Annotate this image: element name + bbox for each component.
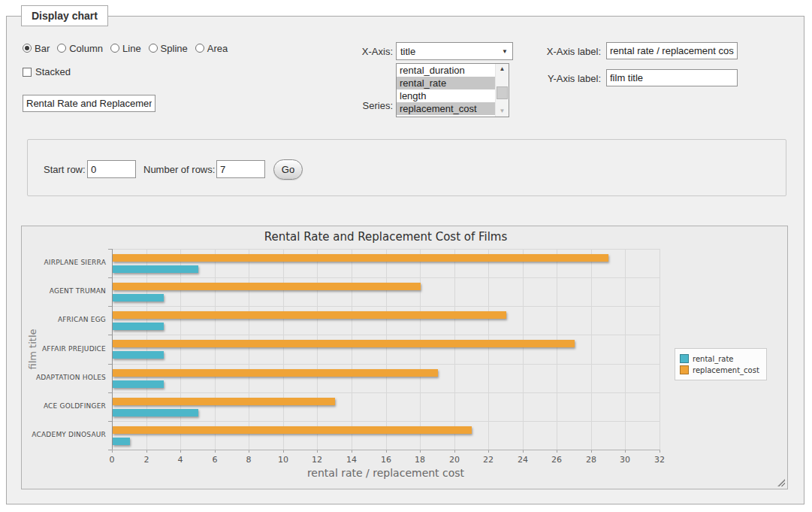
radio-icon[interactable] — [195, 44, 204, 53]
y-gridline — [112, 421, 660, 422]
x-tick-label: 22 — [477, 455, 500, 465]
y-gridline — [112, 364, 660, 365]
radio-icon[interactable] — [110, 44, 119, 53]
radio-icon[interactable] — [57, 44, 66, 53]
x-gridline — [557, 249, 557, 450]
legend-swatch — [680, 365, 689, 374]
bar-replacement_cost — [113, 426, 472, 434]
chart-type-radio-line[interactable]: Line — [110, 43, 141, 54]
x-axis-line — [112, 450, 660, 450]
x-tick-label: 16 — [375, 455, 397, 465]
y-gridline — [112, 249, 660, 250]
x-axis-select-value: title — [400, 46, 415, 57]
series-listbox[interactable]: rental_durationrental_ratelengthreplacem… — [396, 63, 509, 117]
num-rows-label: Number of rows: — [143, 164, 215, 175]
radio-label: Spline — [161, 43, 188, 54]
x-tick-label: 32 — [648, 455, 671, 465]
category-label: AGENT TRUMAN — [0, 287, 106, 295]
series-option-replacement_cost[interactable]: replacement_cost — [397, 102, 496, 115]
x-gridline — [488, 249, 489, 450]
bar-rental_rate — [113, 409, 198, 417]
x-tick-label: 4 — [169, 455, 192, 465]
chart-panel: 02468101214161820222426283032AIRPLANE SI… — [21, 226, 788, 489]
x-gridline — [180, 249, 181, 450]
bar-replacement_cost — [113, 311, 506, 319]
x-axis-title: rental rate / replacement cost — [112, 467, 660, 479]
legend-item-replacement_cost[interactable]: replacement_cost — [680, 365, 759, 374]
y-axis-label-field-label: Y-Axis label: — [524, 73, 601, 84]
x-tick-label: 26 — [545, 455, 568, 465]
category-label: ACADEMY DINOSAUR — [0, 431, 106, 438]
x-tick-label: 14 — [340, 455, 363, 465]
fieldset-legend-text: Display chart — [32, 10, 98, 22]
bar-rental_rate — [113, 265, 198, 273]
legend-item-rental_rate[interactable]: rental_rate — [680, 354, 759, 363]
x-axis-field-label: X-Axis: — [318, 46, 393, 57]
row-range-panel: Start row: Number of rows: Go — [27, 139, 786, 196]
series-option-length[interactable]: length — [397, 89, 496, 102]
start-row-label: Start row: — [44, 164, 86, 175]
y-gridline — [112, 277, 660, 278]
series-option-rental_rate[interactable]: rental_rate — [397, 77, 496, 89]
series-options: rental_durationrental_ratelengthreplacem… — [397, 64, 496, 115]
scroll-up-icon[interactable]: ▲ — [496, 64, 509, 74]
go-button[interactable]: Go — [273, 159, 303, 180]
radio-label: Line — [122, 43, 141, 54]
x-tick-label: 8 — [237, 455, 260, 465]
y-gridline — [112, 306, 660, 307]
x-gridline — [146, 249, 147, 450]
x-gridline — [283, 249, 284, 450]
bar-replacement_cost — [113, 340, 575, 347]
legend-swatch — [680, 354, 689, 363]
series-field-label: Series: — [318, 100, 393, 111]
start-row-input[interactable] — [87, 160, 136, 178]
category-label: AIRPLANE SIERRA — [0, 259, 106, 266]
checkbox-icon[interactable] — [23, 68, 32, 77]
chart-type-radio-group: BarColumnLineSplineArea — [23, 42, 235, 54]
x-tick-label: 2 — [135, 455, 158, 465]
chevron-down-icon: ▼ — [502, 48, 508, 55]
x-gridline — [215, 249, 216, 450]
radio-icon[interactable] — [149, 44, 158, 53]
radio-label: Bar — [35, 43, 50, 54]
x-tick-label: 12 — [306, 455, 328, 465]
chart-type-radio-spline[interactable]: Spline — [149, 43, 188, 54]
radio-label: Area — [207, 43, 228, 54]
legend-label: rental_rate — [693, 355, 734, 363]
bar-rental_rate — [113, 294, 164, 301]
scrollbar-thumb[interactable] — [497, 86, 508, 99]
chart-title: Rental Rate and Replacement Cost of Film… — [112, 230, 660, 244]
stacked-label: Stacked — [35, 66, 71, 77]
listbox-scrollbar[interactable]: ▲ ▼ — [495, 64, 509, 117]
y-axis-label-input[interactable] — [606, 69, 738, 86]
chart-type-radio-bar[interactable]: Bar — [23, 43, 50, 54]
category-label: AFRICAN EGG — [0, 316, 106, 323]
bar-rental_rate — [113, 323, 164, 330]
chart-type-radio-area[interactable]: Area — [195, 43, 228, 54]
x-gridline — [317, 249, 318, 450]
x-tick-label: 10 — [272, 455, 294, 465]
x-gridline — [386, 249, 387, 450]
x-tick-label: 6 — [204, 455, 226, 465]
chart-title-input[interactable] — [23, 95, 155, 112]
x-gridline — [625, 249, 626, 450]
scroll-down-icon[interactable]: ▼ — [496, 106, 509, 117]
x-axis-select[interactable]: title ▼ — [396, 42, 513, 60]
bar-rental_rate — [113, 438, 130, 445]
chart: 02468101214161820222426283032AIRPLANE SI… — [22, 226, 787, 489]
x-gridline — [591, 249, 592, 450]
bar-replacement_cost — [113, 398, 335, 405]
x-gridline — [454, 249, 455, 450]
radio-icon[interactable] — [23, 44, 32, 53]
x-gridline — [249, 249, 249, 450]
x-tick-label: 0 — [101, 455, 123, 465]
num-rows-input[interactable] — [216, 160, 265, 178]
stacked-checkbox-row[interactable]: Stacked — [23, 66, 71, 77]
bar-rental_rate — [113, 380, 164, 388]
x-tick-label: 18 — [409, 455, 431, 465]
series-option-rental_duration[interactable]: rental_duration — [397, 64, 496, 77]
x-axis-label-input[interactable] — [606, 42, 738, 59]
x-axis-label-field-label: X-Axis label: — [524, 46, 601, 57]
page: Display chart BarColumnLineSplineArea St… — [0, 0, 812, 512]
chart-type-radio-column[interactable]: Column — [57, 43, 103, 54]
